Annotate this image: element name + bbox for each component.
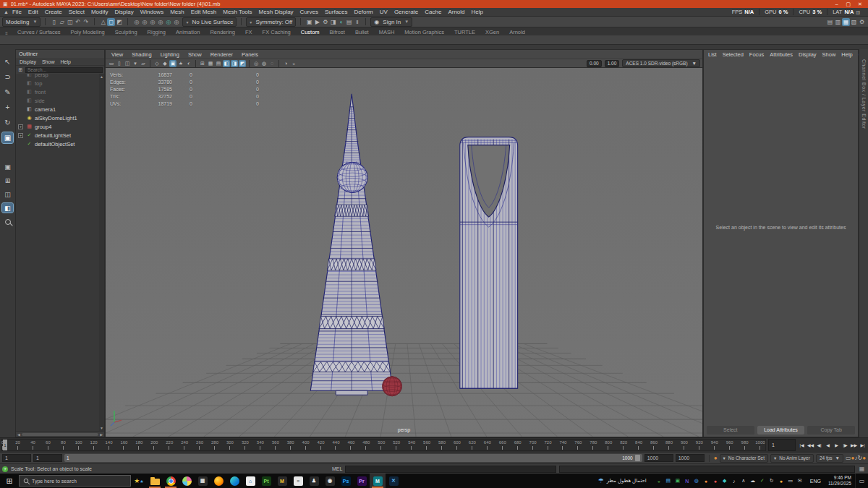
gamma-field[interactable]: 1.00 bbox=[605, 60, 620, 67]
menu-display[interactable]: Display bbox=[114, 9, 133, 15]
sign-in-dropdown[interactable]: ◉Sign In▼ bbox=[370, 17, 412, 27]
field-chart-icon[interactable]: ▤ bbox=[215, 60, 222, 67]
outliner-search-input[interactable] bbox=[25, 67, 103, 73]
gamma-icon[interactable]: ◒ bbox=[290, 60, 297, 67]
load-attributes-button[interactable]: Load Attributes bbox=[757, 426, 805, 435]
move-tool[interactable]: + bbox=[2, 102, 13, 113]
live-surface-dropdown[interactable]: ▾No Live Surface bbox=[182, 17, 237, 27]
use-all-lights-icon[interactable]: ★ bbox=[177, 60, 184, 67]
menu-uv[interactable]: UV bbox=[380, 9, 388, 15]
menu-edit[interactable]: Edit bbox=[28, 9, 38, 15]
shelf-tab-rigging[interactable]: Rigging bbox=[148, 29, 166, 35]
outliner-item-camera1[interactable]: ◧camera1 bbox=[16, 105, 104, 114]
shelf-content[interactable] bbox=[0, 35, 868, 45]
outliner-item-front[interactable]: ◧front bbox=[16, 87, 104, 96]
mel-label[interactable]: MEL bbox=[332, 466, 342, 471]
safe-title-icon[interactable]: ◨ bbox=[231, 60, 238, 67]
tray-icon-15[interactable]: ✉ bbox=[796, 478, 804, 484]
ae-menu-show[interactable]: Show bbox=[822, 51, 836, 58]
snap-grid-icon[interactable]: ◎ bbox=[132, 18, 140, 26]
tray-icon-6[interactable]: ● bbox=[711, 479, 720, 484]
minimize-button[interactable]: – bbox=[832, 1, 842, 7]
attribute-editor-toggle-icon[interactable]: ▦ bbox=[842, 18, 850, 26]
shelf-tab-fx-caching[interactable]: FX Caching bbox=[263, 29, 291, 35]
tray-icon-8[interactable]: ♪ bbox=[730, 479, 739, 484]
cortana-icon[interactable]: ★★ bbox=[131, 477, 147, 484]
shaded-icon[interactable]: ◆ bbox=[161, 60, 169, 67]
layout-zoom[interactable] bbox=[2, 217, 13, 226]
menu-arnold[interactable]: Arnold bbox=[448, 9, 464, 15]
menu-edit-mesh[interactable]: Edit Mesh bbox=[191, 9, 217, 15]
ipr-render-icon[interactable]: ▶ bbox=[313, 18, 321, 26]
outliner-item-group4[interactable]: +▦group4 bbox=[16, 122, 104, 131]
expand-icon[interactable]: + bbox=[18, 124, 23, 129]
step-back-frame-button[interactable]: ◀◀ bbox=[807, 440, 814, 450]
select-tool[interactable]: ↖ bbox=[2, 56, 13, 67]
tray-icon-0[interactable]: ◒ bbox=[655, 479, 663, 484]
snap-view-plane-icon[interactable]: ◎ bbox=[172, 18, 180, 26]
ae-menu-list[interactable]: List bbox=[708, 51, 717, 58]
menu-mesh-tools[interactable]: Mesh Tools bbox=[223, 9, 252, 15]
step-forward-key-button[interactable]: |▶ bbox=[841, 440, 849, 450]
shelf-tab-turtle[interactable]: TURTLE bbox=[454, 29, 475, 35]
fps-dropdown[interactable]: 24 fps▼ bbox=[816, 454, 843, 463]
playback-options-icon[interactable]: ▭ bbox=[846, 455, 851, 461]
shelf-tab-curves-surfaces[interactable]: Curves / Surfaces bbox=[17, 29, 61, 35]
taskbar-app-photos[interactable] bbox=[179, 474, 195, 488]
character-set-dropdown[interactable]: ▾No Character Set bbox=[720, 454, 768, 463]
shelf-tab-bullet[interactable]: Bullet bbox=[355, 29, 369, 35]
camera-attributes-icon[interactable]: ◫ bbox=[124, 60, 131, 67]
render-view-icon[interactable]: ▣ bbox=[305, 18, 313, 26]
menu-file[interactable]: File bbox=[12, 9, 22, 15]
select-button[interactable]: Select bbox=[707, 426, 754, 435]
select-hierarchy-icon[interactable]: △ bbox=[99, 18, 107, 26]
close-button[interactable]: ✕ bbox=[855, 1, 865, 7]
script-editor-icon[interactable]: ▦ bbox=[858, 466, 866, 472]
taskbar-search[interactable]: Type here to search bbox=[19, 475, 131, 487]
expand-icon[interactable]: + bbox=[18, 133, 23, 138]
menuset-dropdown[interactable]: Modeling▼ bbox=[2, 17, 41, 27]
animation-end-field[interactable]: 1000 bbox=[676, 454, 705, 462]
outliner-hscrollbar[interactable]: ◀▶ bbox=[16, 431, 104, 437]
taskbar-app-media-app[interactable]: ▦ bbox=[195, 474, 210, 488]
taskbar-app-person-app[interactable]: ◉ bbox=[322, 474, 338, 488]
menu-curves[interactable]: Curves bbox=[300, 9, 318, 15]
xray-joints-icon[interactable]: ◌ bbox=[268, 60, 276, 67]
menu-mesh[interactable]: Mesh bbox=[170, 9, 184, 15]
taskbar-clock[interactable]: 9:46 PM 11/29/2025 bbox=[825, 475, 855, 487]
play-backwards-button[interactable]: ◀ bbox=[824, 440, 832, 450]
paint-select-tool[interactable]: ✎ bbox=[2, 87, 13, 98]
render-settings-icon[interactable]: ⚙ bbox=[321, 18, 329, 26]
outliner-menu-help[interactable]: Help bbox=[60, 59, 70, 64]
shelf-tab-bifrost[interactable]: Bifrost bbox=[330, 29, 345, 35]
taskbar-app-m-yellow-app[interactable]: M bbox=[274, 474, 290, 488]
notification-icon[interactable]: ▭ bbox=[855, 474, 868, 488]
faisaliah-tower-model[interactable] bbox=[310, 94, 393, 395]
snap-projected-icon[interactable]: ◎ bbox=[156, 18, 164, 26]
outliner-menu-display[interactable]: Display bbox=[20, 59, 36, 64]
kingdom-tower-model[interactable] bbox=[460, 137, 518, 389]
shelf-tab-arnold[interactable]: Arnold bbox=[509, 29, 525, 35]
range-slider[interactable]: 1 1000 bbox=[64, 454, 642, 462]
pause-viewport-icon[interactable]: ‖ bbox=[353, 18, 361, 26]
outliner-item-aiskydomelight1[interactable]: ◉aiSkyDomeLight1 bbox=[16, 114, 104, 122]
anim-layer-dropdown[interactable]: ▾No Anim Layer bbox=[770, 454, 814, 463]
shelf-tab-rendering[interactable]: Rendering bbox=[210, 29, 235, 35]
preferences-icon[interactable]: ⚙ bbox=[858, 18, 866, 26]
select-object-icon[interactable]: ◻ bbox=[107, 18, 115, 26]
start-button[interactable]: ⊞ bbox=[0, 476, 19, 486]
command-line-input[interactable] bbox=[345, 466, 556, 473]
exposure-field[interactable]: 0.00 bbox=[587, 60, 602, 67]
camera-lock-icon[interactable]: ▯ bbox=[116, 60, 123, 67]
new-scene-icon[interactable]: ▯ bbox=[50, 18, 58, 26]
title-bar[interactable]: ▣ 01.mb* - Autodesk MAYA 2023: C:\Users\… bbox=[0, 0, 868, 8]
go-to-start-button[interactable]: |◀ bbox=[798, 440, 806, 450]
menu-windows[interactable]: Windows bbox=[140, 9, 163, 15]
shelf-tab-fx[interactable]: FX bbox=[245, 29, 252, 35]
channel-box-toggle-icon[interactable]: ▥ bbox=[834, 18, 842, 26]
taskbar-app-paint-tool[interactable]: Pt bbox=[258, 474, 274, 488]
ae-menu-selected[interactable]: Selected bbox=[723, 51, 744, 58]
time-slider[interactable]: 1 02040608010012014016018020022024026028… bbox=[1, 439, 766, 451]
bookmarks-icon[interactable]: ▾ bbox=[132, 60, 139, 67]
maximize-button[interactable]: ▢ bbox=[843, 1, 854, 7]
